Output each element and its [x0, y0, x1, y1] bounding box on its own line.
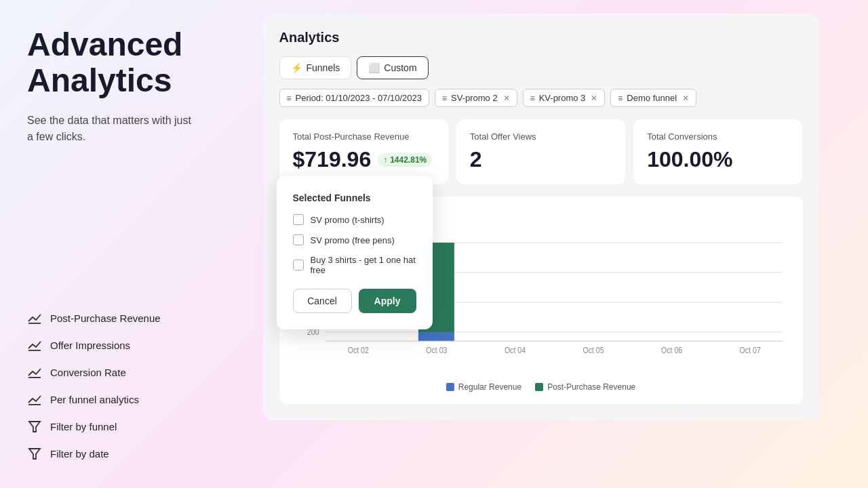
remove-kv-promo3[interactable]: ✕: [591, 94, 597, 103]
sidebar-item-conversion-rate[interactable]: Conversion Rate: [27, 365, 200, 380]
sidebar-item-label: Filter by funnel: [50, 421, 117, 432]
filter-period[interactable]: ≡ Period: 01/10/2023 - 07/10/2023: [279, 89, 430, 107]
legend-label-post: Post-Purchase Revenue: [547, 382, 635, 392]
analytics-card: Analytics ⚡ Funnels ⬜ Custom ≡ Period: 0…: [263, 14, 819, 420]
legend-post-purchase: Post-Purchase Revenue: [535, 382, 635, 392]
filter-period-label: Period: 01/10/2023 - 07/10/2023: [296, 93, 422, 103]
custom-icon: ⬜: [368, 62, 380, 73]
sidebar-item-label: Filter by date: [50, 448, 109, 460]
checkbox-list: SV promo (t-shirts) SV promo (free pens)…: [293, 214, 416, 275]
metric-value-views: 2: [470, 147, 612, 172]
filter-kv-promo3-label: KV-promo 3: [539, 93, 586, 103]
tab-bar: ⚡ Funnels ⬜ Custom: [279, 56, 803, 79]
sidebar-item-filter-funnel[interactable]: Filter by funnel: [27, 419, 200, 434]
tab-custom-label: Custom: [384, 62, 416, 73]
period-filter-icon: ≡: [287, 94, 292, 103]
metric-label-revenue: Total Post-Purchase Revenue: [293, 131, 435, 142]
nav-list: Post-Purchase Revenue Offer Impressions …: [27, 310, 200, 461]
checkbox-box-shirts[interactable]: [293, 260, 304, 270]
modal-actions: Cancel Apply: [293, 289, 416, 313]
checkbox-box-pens[interactable]: [293, 235, 304, 245]
sv-promo2-filter-icon: ≡: [442, 94, 447, 103]
chart-icon: [27, 310, 42, 325]
filter-demo-funnel[interactable]: ≡ Demo funnel ✕: [610, 89, 696, 107]
filter-kv-promo-3[interactable]: ≡ KV-promo 3 ✕: [523, 89, 606, 107]
sidebar-item-label: Post-Purchase Revenue: [50, 312, 161, 324]
svg-text:Oct 07: Oct 07: [739, 346, 760, 354]
metric-label-views: Total Offer Views: [470, 131, 612, 142]
svg-marker-5: [29, 449, 40, 459]
metric-post-purchase-revenue: Total Post-Purchase Revenue $719.96 ↑ 14…: [279, 119, 448, 184]
funnel-filter-modal: Selected Funnels SV promo (t-shirts) SV …: [277, 176, 433, 329]
svg-marker-4: [29, 422, 40, 432]
metric-badge-revenue: ↑ 1442.81%: [378, 153, 432, 167]
filter-demo-funnel-label: Demo funnel: [627, 93, 677, 103]
svg-text:Oct 02: Oct 02: [347, 346, 368, 354]
page-subtitle: See the data that matters with just a fe…: [27, 113, 200, 145]
metric-offer-views: Total Offer Views 2: [456, 119, 625, 184]
cancel-button[interactable]: Cancel: [293, 289, 352, 313]
chart-icon-3: [27, 365, 42, 380]
checkbox-label-tshirts: SV promo (t-shirts): [311, 215, 384, 225]
funnels-icon: ⚡: [291, 62, 302, 73]
checkbox-label-shirts: Buy 3 shirts - get 1 one hat free: [311, 255, 416, 275]
checkbox-sv-promo-tshirts[interactable]: SV promo (t-shirts): [293, 214, 416, 225]
checkbox-buy-3-shirts[interactable]: Buy 3 shirts - get 1 one hat free: [293, 255, 416, 275]
sidebar-item-label: Per funnel analytics: [50, 394, 139, 405]
bar-blue-oct03: [418, 332, 454, 341]
page-title: Advanced Analytics: [27, 27, 200, 99]
right-panel: Analytics ⚡ Funnels ⬜ Custom ≡ Period: 0…: [227, 0, 868, 488]
filter-sv-promo-2[interactable]: ≡ SV-promo 2 ✕: [435, 89, 517, 107]
metrics-row: Total Post-Purchase Revenue $719.96 ↑ 14…: [279, 119, 803, 184]
tab-funnels[interactable]: ⚡ Funnels: [279, 56, 352, 79]
filter-icon-2: [27, 446, 42, 461]
legend-regular-revenue: Regular Revenue: [446, 382, 521, 392]
tab-funnels-label: Funnels: [307, 62, 340, 73]
checkbox-label-pens: SV promo (free pens): [311, 235, 395, 245]
sidebar-item-filter-date[interactable]: Filter by date: [27, 446, 200, 461]
sidebar-item-per-funnel[interactable]: Per funnel analytics: [27, 392, 200, 407]
filter-icon: [27, 419, 42, 434]
svg-text:Oct 04: Oct 04: [504, 346, 525, 354]
sidebar-item-label: Conversion Rate: [50, 367, 126, 378]
badge-arrow: ↑: [383, 155, 387, 165]
svg-text:Oct 03: Oct 03: [426, 346, 447, 354]
svg-text:Oct 06: Oct 06: [661, 346, 682, 354]
svg-text:Oct 05: Oct 05: [583, 346, 604, 354]
tab-custom[interactable]: ⬜ Custom: [357, 56, 428, 79]
left-panel: Advanced Analytics See the data that mat…: [0, 0, 227, 488]
filter-sv-promo2-label: SV-promo 2: [451, 93, 498, 103]
metric-value-revenue: $719.96 ↑ 1442.81%: [293, 147, 435, 172]
checkbox-sv-promo-pens[interactable]: SV promo (free pens): [293, 235, 416, 245]
legend-dot-regular: [446, 383, 454, 391]
remove-demo-funnel[interactable]: ✕: [682, 94, 689, 103]
legend-label-regular: Regular Revenue: [458, 382, 521, 392]
demo-funnel-filter-icon: ≡: [618, 94, 623, 103]
filter-bar: ≡ Period: 01/10/2023 - 07/10/2023 ≡ SV-p…: [279, 89, 803, 107]
chart-legend: Regular Revenue Post-Purchase Revenue: [293, 382, 789, 392]
metric-conversions: Total Conversions 100.00%: [633, 119, 802, 184]
modal-title: Selected Funnels: [293, 192, 416, 203]
sidebar-item-label: Offer Impressions: [50, 340, 130, 351]
chart-icon-2: [27, 338, 42, 352]
apply-button[interactable]: Apply: [359, 289, 416, 313]
remove-sv-promo2[interactable]: ✕: [503, 94, 510, 103]
sidebar-item-offer-impressions[interactable]: Offer Impressions: [27, 338, 200, 352]
sidebar-item-post-purchase-revenue[interactable]: Post-Purchase Revenue: [27, 310, 200, 325]
analytics-title: Analytics: [279, 30, 803, 45]
modal-overlay: Selected Funnels SV promo (t-shirts) SV …: [277, 176, 433, 329]
badge-value: 1442.81%: [390, 155, 427, 165]
metric-label-conversions: Total Conversions: [647, 131, 789, 142]
chart-icon-4: [27, 392, 42, 407]
checkbox-box-tshirts[interactable]: [293, 214, 304, 225]
legend-dot-post: [535, 383, 543, 391]
metric-value-conversions: 100.00%: [647, 147, 789, 172]
kv-promo3-filter-icon: ≡: [530, 94, 535, 103]
